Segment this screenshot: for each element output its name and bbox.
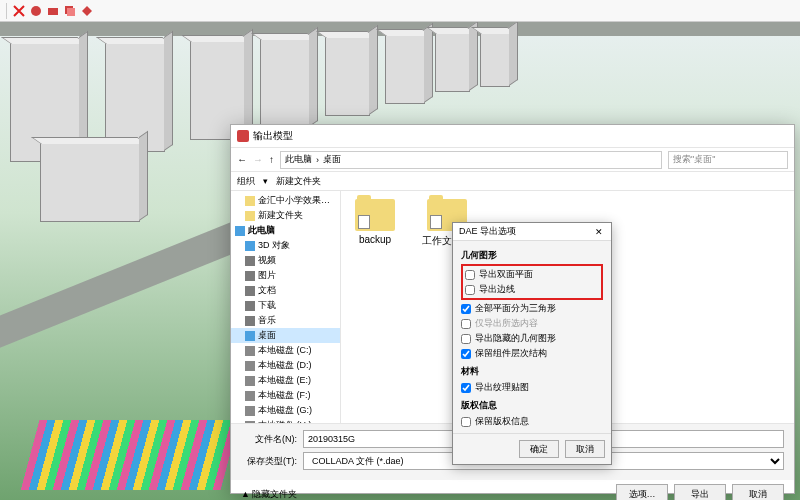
folder-icon [245,361,255,371]
option-checkbox[interactable] [465,270,475,280]
building [480,32,510,87]
svg-point-0 [31,6,41,16]
folder-icon [245,406,255,416]
option-label: 保留组件层次结构 [475,347,547,360]
close-icon[interactable]: ✕ [593,226,605,238]
option-label: 仅导出所选内容 [475,317,538,330]
options-title: DAE 导出选项 [459,225,516,238]
option-item[interactable]: 保留版权信息 [461,414,603,429]
option-item: 仅导出所选内容 [461,316,603,331]
file-label: backup [359,234,391,245]
file-item[interactable]: backup [349,199,401,245]
tree-item[interactable]: 本地磁盘 (H:) [231,418,340,423]
folder-icon [355,199,395,231]
tree-item[interactable]: 3D 对象 [231,238,340,253]
dialog-toolbar: 组织▾ 新建文件夹 [231,171,794,191]
option-checkbox[interactable] [461,417,471,427]
folder-tree[interactable]: 金汇中小学效果…新建文件夹此电脑3D 对象视频图片文档下载音乐桌面本地磁盘 (C… [231,191,341,423]
newfolder-button[interactable]: 新建文件夹 [276,175,321,188]
option-item[interactable]: 保留组件层次结构 [461,346,603,361]
search-input[interactable]: 搜索"桌面" [668,151,788,169]
tree-item-label: 下载 [258,299,276,312]
tree-item[interactable]: 音乐 [231,313,340,328]
option-label: 导出隐藏的几何图形 [475,332,556,345]
toolbar-separator [6,3,7,19]
ok-button[interactable]: 确定 [519,440,559,458]
filetype-label: 保存类型(T): [241,455,297,468]
option-checkbox[interactable] [461,349,471,359]
colorful-building [21,420,240,490]
organize-menu[interactable]: 组织 [237,175,255,188]
app-icon [237,130,249,142]
option-item[interactable]: 导出隐藏的几何图形 [461,331,603,346]
tree-item[interactable]: 视频 [231,253,340,268]
tree-item[interactable]: 本地磁盘 (C:) [231,343,340,358]
folder-icon [235,226,245,236]
dialog-nav: ← → ↑ 此电脑 › 桌面 搜索"桌面" [231,147,794,171]
tree-item[interactable]: 桌面 [231,328,340,343]
breadcrumb-part[interactable]: 此电脑 [285,153,312,166]
nav-up-icon[interactable]: ↑ [269,154,274,165]
tree-item-label: 桌面 [258,329,276,342]
svg-rect-3 [67,8,75,16]
building [105,42,165,152]
chevron-right-icon: › [316,155,319,165]
layers-icon[interactable] [63,4,77,18]
credit-heading: 版权信息 [461,399,603,412]
option-checkbox [461,319,471,329]
scissors-icon[interactable] [12,4,26,18]
option-checkbox[interactable] [461,304,471,314]
ruby-icon[interactable] [80,4,94,18]
camera-icon[interactable] [46,4,60,18]
nav-back-icon[interactable]: ← [237,154,247,165]
tree-item[interactable]: 本地磁盘 (G:) [231,403,340,418]
folder-icon [245,196,255,206]
tree-item[interactable]: 新建文件夹 [231,208,340,223]
breadcrumb-part[interactable]: 桌面 [323,153,341,166]
option-item[interactable]: 导出双面平面 [465,267,599,282]
option-label: 导出边线 [479,283,515,296]
cancel-button[interactable]: 取消 [732,484,784,500]
options-cancel-button[interactable]: 取消 [565,440,605,458]
tree-item-label: 音乐 [258,314,276,327]
tree-item[interactable]: 此电脑 [231,223,340,238]
tree-item-label: 本地磁盘 (D:) [258,359,312,372]
options-button[interactable]: 选项… [616,484,668,500]
option-checkbox[interactable] [461,383,471,393]
tree-item-label: 文档 [258,284,276,297]
tree-item[interactable]: 下载 [231,298,340,313]
filename-label: 文件名(N): [241,433,297,446]
tree-item-label: 此电脑 [248,224,275,237]
paint-icon[interactable] [29,4,43,18]
folder-icon [245,211,255,221]
building [260,38,310,128]
tree-item[interactable]: 本地磁盘 (F:) [231,388,340,403]
option-item[interactable]: 导出边线 [465,282,599,297]
folder-icon [245,346,255,356]
option-checkbox[interactable] [461,334,471,344]
building [435,32,470,92]
option-label: 导出纹理贴图 [475,381,529,394]
tree-item[interactable]: 本地磁盘 (E:) [231,373,340,388]
building [385,34,425,104]
option-item[interactable]: 导出纹理贴图 [461,380,603,395]
tree-item-label: 新建文件夹 [258,209,303,222]
folder-icon [245,316,255,326]
folder-icon [245,421,255,424]
tree-item[interactable]: 图片 [231,268,340,283]
option-item[interactable]: 全部平面分为三角形 [461,301,603,316]
dialog-titlebar: 输出模型 [231,125,794,147]
building [40,142,140,222]
breadcrumb[interactable]: 此电脑 › 桌面 [280,151,662,169]
tree-item[interactable]: 金汇中小学效果… [231,193,340,208]
tree-item[interactable]: 本地磁盘 (D:) [231,358,340,373]
export-button[interactable]: 导出 [674,484,726,500]
nav-fwd-icon[interactable]: → [253,154,263,165]
building [325,36,370,116]
svg-rect-1 [48,8,58,15]
hide-folders-toggle[interactable]: ▲ 隐藏文件夹 [241,488,297,501]
option-checkbox[interactable] [465,285,475,295]
tree-item[interactable]: 文档 [231,283,340,298]
tree-item-label: 本地磁盘 (F:) [258,389,311,402]
dae-options-dialog: DAE 导出选项 ✕ 几何图形 导出双面平面导出边线全部平面分为三角形仅导出所选… [452,222,612,465]
